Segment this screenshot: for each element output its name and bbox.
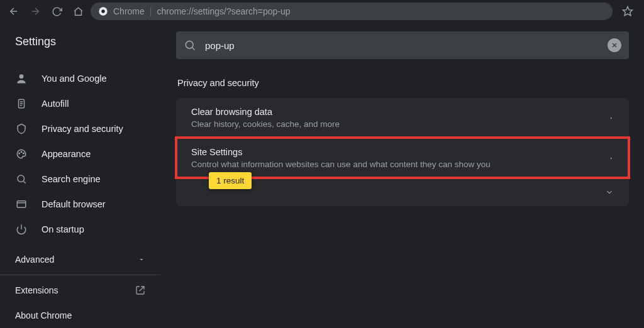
open-in-new-icon [135,285,145,295]
svg-rect-13 [17,201,26,208]
sidebar-item-label: On startup [42,224,84,234]
reload-icon [52,6,62,17]
row-title: Clear browsing data [191,107,340,117]
search-icon [15,173,28,185]
search-result-badge: 1 result [209,172,252,189]
chevron-down-icon [605,188,614,197]
home-icon [73,6,84,17]
sidebar-item-autofill[interactable]: Autofill [0,91,160,116]
sidebar-item-label: Search engine [42,174,101,184]
page-title: Settings [0,35,160,66]
advanced-label: Advanced [15,254,54,265]
sidebar-item-default-browser[interactable]: Default browser [0,192,160,217]
row-site-settings[interactable]: Site Settings Control what information w… [176,138,629,178]
svg-point-10 [23,153,25,154]
sidebar-item-label: Autofill [42,99,69,109]
section-heading-privacy: Privacy and security [177,78,629,88]
svg-point-8 [19,153,20,154]
forward-button[interactable] [26,3,44,20]
power-icon [15,223,28,236]
sidebar-item-appearance[interactable]: Appearance [0,141,160,167]
svg-line-17 [192,48,195,50]
svg-point-9 [21,151,22,153]
svg-marker-2 [623,7,633,16]
row-clear-browsing-data[interactable]: Clear browsing data Clear history, cooki… [176,98,629,138]
divider [0,275,160,275]
omnibox-separator: | [150,6,152,16]
chrome-logo-icon [98,6,108,16]
sidebar-item-label: Privacy and security [42,124,123,134]
close-icon [611,41,618,49]
home-button[interactable] [69,3,87,20]
svg-point-1 [101,9,104,13]
svg-point-3 [19,74,24,79]
clipboard-icon [15,97,28,110]
chevron-down-icon [138,256,145,263]
browser-toolbar: Chrome | chrome://settings/?search=pop-u… [0,0,644,23]
chevron-right-icon [609,114,614,122]
svg-point-16 [186,41,193,48]
extensions-label: Extensions [15,285,58,295]
sidebar-item-label: Default browser [42,199,106,209]
row-subtitle: Control what information websites can us… [191,160,491,169]
omnibox-url: chrome://settings/?search=pop-up [157,6,290,16]
sidebar-item-label: You and Google [42,74,106,84]
reload-button[interactable] [48,3,65,20]
sidebar-item-on-startup[interactable]: On startup [0,217,160,242]
sidebar-advanced-toggle[interactable]: Advanced [0,247,160,272]
sidebar-item-you-and-google[interactable]: You and Google [0,66,160,91]
svg-point-11 [18,175,25,182]
person-icon [15,72,28,85]
settings-search-bar[interactable] [176,31,629,59]
chevron-right-icon [609,155,614,162]
shield-icon [15,123,28,135]
omnibox-chrome-label: Chrome [113,6,145,16]
settings-card-list: Clear browsing data Clear history, cooki… [176,98,629,206]
back-button[interactable] [5,3,23,20]
settings-search-input[interactable] [205,40,599,51]
arrow-left-icon [8,6,19,17]
svg-line-12 [23,181,25,183]
sidebar-about-chrome[interactable]: About Chrome [0,303,160,328]
star-icon [622,6,633,17]
about-label: About Chrome [15,310,72,320]
browser-icon [15,198,28,210]
settings-sidebar: Settings You and Google Autofill Privacy… [0,23,161,328]
sidebar-item-privacy[interactable]: Privacy and security [0,116,160,141]
row-title: Site Settings [191,147,491,157]
sidebar-item-label: Appearance [42,149,91,159]
arrow-right-icon [30,6,41,17]
settings-main: Privacy and security Clear browsing data… [161,23,644,328]
row-subtitle: Clear history, cookies, cache, and more [191,119,340,129]
search-icon [184,39,196,52]
sidebar-item-search-engine[interactable]: Search engine [0,167,160,192]
sidebar-extensions[interactable]: Extensions [0,278,160,303]
bookmark-button[interactable] [616,6,639,17]
address-bar[interactable]: Chrome | chrome://settings/?search=pop-u… [91,3,613,20]
palette-icon [15,148,28,160]
clear-search-button[interactable] [608,38,621,52]
